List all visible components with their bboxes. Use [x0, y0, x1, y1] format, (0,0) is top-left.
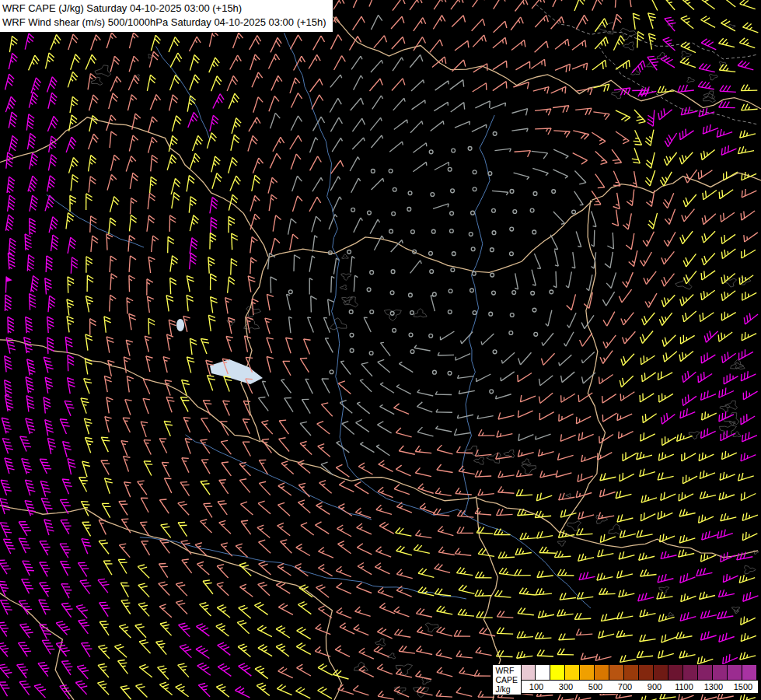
- legend-tick-label: 1100: [669, 682, 699, 691]
- legend-swatch: [595, 664, 609, 681]
- map-title-line1: WRF CAPE (J/kg) Saturday 04-10-2025 03:0…: [2, 2, 326, 16]
- legend-swatch: [728, 664, 742, 681]
- map-title-line2: WRF Wind shear (m/s) 500/1000hPa Saturda…: [2, 16, 326, 30]
- legend-label-box: WRF CAPE J/kg: [492, 664, 521, 695]
- legend-tick-label: 1300: [699, 682, 728, 691]
- legend-swatch: [580, 664, 595, 681]
- legend-swatch: [698, 664, 713, 681]
- legend-swatch: [624, 664, 639, 681]
- legend-swatch: [536, 664, 550, 681]
- legend-swatch: [683, 664, 698, 681]
- legend-swatch: [565, 664, 580, 681]
- legend-swatch: [521, 664, 536, 681]
- legend-swatch: [550, 664, 565, 681]
- legend-colorbar: [521, 664, 759, 681]
- legend-swatch: [742, 664, 757, 681]
- legend-tick-label: 700: [610, 682, 640, 691]
- legend-scale: 100300500700900110013001500: [521, 664, 759, 695]
- legend-tick-label: 100: [522, 682, 551, 691]
- legend-variable-label: CAPE: [495, 675, 518, 684]
- legend-units-label: J/kg: [495, 684, 518, 694]
- legend-tick-label: 1500: [728, 682, 758, 691]
- legend-model-label: WRF: [495, 666, 518, 675]
- legend-tick-row: 100300500700900110013001500: [521, 681, 759, 694]
- weather-map-canvas: [0, 0, 761, 700]
- weather-map-stage: WRF CAPE (J/kg) Saturday 04-10-2025 03:0…: [0, 0, 761, 700]
- legend-swatch: [609, 664, 624, 681]
- legend-swatch: [639, 664, 654, 681]
- map-title-box: WRF CAPE (J/kg) Saturday 04-10-2025 03:0…: [0, 0, 333, 33]
- legend-swatch: [713, 664, 728, 681]
- legend-tick-label: 500: [581, 682, 610, 691]
- legend-tick-label: 300: [551, 682, 581, 691]
- legend: WRF CAPE J/kg 10030050070090011001300150…: [492, 664, 759, 695]
- legend-swatch: [668, 664, 683, 681]
- legend-swatch: [654, 664, 668, 681]
- legend-tick-label: 900: [640, 682, 669, 691]
